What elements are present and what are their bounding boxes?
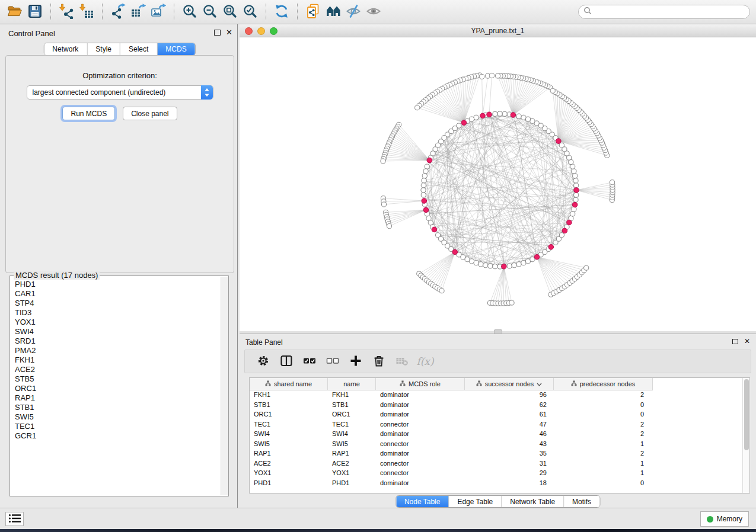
table-row[interactable]: SWI4SWI4dominator462 xyxy=(250,430,742,440)
cell-mcds-role[interactable]: dominator xyxy=(380,479,409,486)
mcds-result-item[interactable]: STB1 xyxy=(15,403,221,412)
open-file-button[interactable] xyxy=(5,2,25,21)
save-session-button[interactable] xyxy=(25,2,45,21)
search-input[interactable] xyxy=(595,8,745,16)
tab-network-table[interactable]: Network Table xyxy=(502,496,564,507)
cell-name[interactable]: STB1 xyxy=(332,401,349,408)
zoom-in-button[interactable] xyxy=(180,2,200,21)
table-options-gear-button[interactable] xyxy=(254,352,272,370)
network-node[interactable] xyxy=(479,262,483,267)
close-panel-button[interactable]: Close panel xyxy=(123,107,177,120)
network-node[interactable] xyxy=(512,263,516,268)
result-scrollbar[interactable] xyxy=(221,277,228,495)
network-node[interactable] xyxy=(493,111,497,116)
float-panel-icon[interactable] xyxy=(214,30,221,36)
network-node[interactable] xyxy=(469,259,474,264)
network-hub-node[interactable] xyxy=(534,255,540,260)
zoom-fit-button[interactable] xyxy=(220,2,240,21)
network-node[interactable] xyxy=(381,202,386,207)
network-node[interactable] xyxy=(502,111,507,116)
network-node[interactable] xyxy=(422,178,426,183)
mcds-result-item[interactable]: ACE2 xyxy=(15,365,221,374)
table-row[interactable]: RAP1RAP1dominator352 xyxy=(250,449,742,459)
search-box[interactable] xyxy=(578,5,750,19)
network-node[interactable] xyxy=(387,224,392,229)
tab-select[interactable]: Select xyxy=(120,43,157,55)
network-node[interactable] xyxy=(559,233,564,238)
cell-shared-name[interactable]: TEC1 xyxy=(254,421,270,428)
cell-mcds-role[interactable]: connector xyxy=(380,440,409,447)
network-node[interactable] xyxy=(570,211,575,216)
tab-style[interactable]: Style xyxy=(87,43,120,55)
cell-successor-nodes[interactable]: 29 xyxy=(465,469,547,476)
network-node[interactable] xyxy=(422,174,427,178)
cell-name[interactable]: YOX1 xyxy=(332,469,349,476)
export-image-button[interactable] xyxy=(148,2,168,21)
mcds-result-item[interactable]: RAP1 xyxy=(15,393,221,403)
column-header-mcds-role[interactable]: MCDS role xyxy=(376,378,465,390)
show-columns-button[interactable] xyxy=(277,352,295,370)
network-hub-node[interactable] xyxy=(556,139,562,144)
export-table-button[interactable] xyxy=(128,2,148,21)
network-node[interactable] xyxy=(574,183,579,188)
network-from-selection-button[interactable] xyxy=(303,2,323,21)
cell-shared-name[interactable]: ACE2 xyxy=(254,460,271,467)
refresh-button[interactable] xyxy=(272,2,292,21)
network-node[interactable] xyxy=(525,117,530,121)
cell-successor-nodes[interactable]: 43 xyxy=(465,440,547,447)
delete-column-button[interactable] xyxy=(370,352,388,370)
network-node[interactable] xyxy=(521,261,526,265)
cell-successor-nodes[interactable]: 62 xyxy=(465,401,547,408)
run-mcds-button[interactable]: Run MCDS xyxy=(62,107,115,120)
network-node[interactable] xyxy=(496,73,500,78)
network-node[interactable] xyxy=(480,74,484,79)
cell-mcds-role[interactable]: dominator xyxy=(380,411,409,418)
network-node[interactable] xyxy=(570,164,575,169)
network-node[interactable] xyxy=(483,263,488,268)
network-node[interactable] xyxy=(474,115,479,120)
network-node[interactable] xyxy=(425,164,429,169)
cell-shared-name[interactable]: SWI5 xyxy=(254,440,270,447)
table-row[interactable]: FKH1FKH1dominator962 xyxy=(250,390,742,400)
mcds-result-list[interactable]: PHD1CAR1STP4TID3YOX1SWI4SRD1PMA2FKH1ACE2… xyxy=(11,277,221,495)
cell-shared-name[interactable]: FKH1 xyxy=(254,391,270,398)
tab-mcds[interactable]: MCDS xyxy=(157,43,194,55)
cell-name[interactable]: SWI5 xyxy=(332,440,348,447)
network-node[interactable] xyxy=(573,178,578,183)
mcds-result-item[interactable]: STP4 xyxy=(15,299,221,308)
network-node[interactable] xyxy=(474,261,479,265)
table-row[interactable]: ACE2ACE2connector311 xyxy=(250,459,742,469)
cell-predecessor-nodes[interactable]: 2 xyxy=(554,391,644,398)
cell-shared-name[interactable]: ORC1 xyxy=(254,411,272,418)
tab-network[interactable]: Network xyxy=(44,43,87,55)
network-hub-node[interactable] xyxy=(480,113,486,118)
network-hub-node[interactable] xyxy=(562,228,567,233)
network-node[interactable] xyxy=(488,264,493,268)
tab-node-table[interactable]: Node Table xyxy=(396,496,449,507)
network-hub-node[interactable] xyxy=(487,112,492,117)
network-node[interactable] xyxy=(573,197,578,202)
network-node[interactable] xyxy=(381,159,385,164)
column-header-successor-nodes[interactable]: successor nodes xyxy=(465,378,554,390)
memory-button[interactable]: Memory xyxy=(700,511,749,527)
cell-successor-nodes[interactable]: 18 xyxy=(465,479,547,486)
import-table-button[interactable] xyxy=(76,2,97,21)
cell-shared-name[interactable]: YOX1 xyxy=(254,469,271,476)
network-node[interactable] xyxy=(521,115,526,120)
cell-predecessor-nodes[interactable]: 0 xyxy=(554,401,644,408)
network-node[interactable] xyxy=(423,169,428,174)
table-scrollbar-thumb[interactable] xyxy=(744,379,749,450)
mcds-result-item[interactable]: CAR1 xyxy=(15,289,221,299)
network-hub-node[interactable] xyxy=(427,158,432,163)
cell-mcds-role[interactable]: dominator xyxy=(380,430,409,437)
table-row[interactable]: YOX1YOX1connector291 xyxy=(250,469,742,479)
network-hub-node[interactable] xyxy=(432,227,437,232)
network-node[interactable] xyxy=(421,193,426,197)
network-hub-node[interactable] xyxy=(461,120,467,126)
cell-predecessor-nodes[interactable]: 1 xyxy=(554,460,644,467)
mcds-result-item[interactable]: ORC1 xyxy=(15,384,221,393)
cell-shared-name[interactable]: PHD1 xyxy=(254,479,271,486)
network-hub-node[interactable] xyxy=(572,202,578,207)
mcds-result-item[interactable]: GCR1 xyxy=(15,431,221,441)
network-node[interactable] xyxy=(516,262,521,267)
